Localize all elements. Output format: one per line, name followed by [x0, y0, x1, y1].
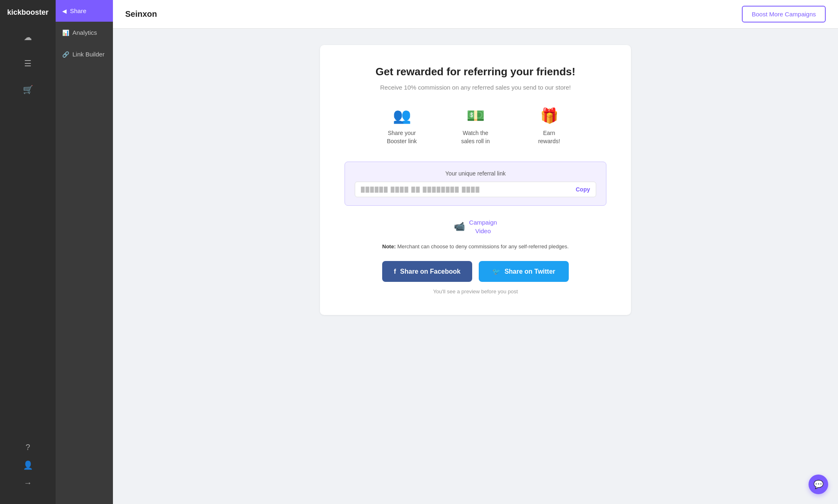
referral-input-row: ██████ ████ ██ ████████ ████ Copy — [355, 182, 596, 197]
share-nav-icon: ◀ — [62, 8, 67, 14]
video-camera-icon: 📹 — [454, 221, 465, 232]
card-subheading: Receive 10% commission on any referred s… — [345, 84, 606, 91]
nav-panel: ◀ Share 📊 Analytics 🔗 Link Builder — [56, 0, 113, 504]
share-link-icon: 👥 — [393, 107, 411, 124]
share-buttons: f Share on Facebook 🐦 Share on Twitter — [345, 261, 606, 282]
note-content: Merchant can choose to deny commissions … — [397, 243, 569, 250]
logout-icon[interactable]: → — [24, 478, 32, 488]
nav-item-analytics[interactable]: 📊 Analytics — [56, 22, 113, 43]
card-heading: Get rewarded for referring your friends! — [345, 65, 606, 78]
link-builder-nav-icon: 🔗 — [62, 51, 69, 58]
main-area: Seinxon Boost More Campaigns Get rewarde… — [113, 0, 838, 504]
preview-note: You'll see a preview before you post — [345, 288, 606, 295]
sidebar: kickbooster ☁ ☰ 🛒 ? 👤 → — [0, 0, 56, 504]
nav-label-analytics: Analytics — [72, 29, 97, 36]
facebook-icon: f — [394, 268, 396, 275]
share-facebook-button[interactable]: f Share on Facebook — [382, 261, 472, 282]
campaign-video-link[interactable]: CampaignVideo — [469, 218, 497, 235]
analytics-nav-icon: 📊 — [62, 29, 69, 36]
watch-sales-icon: 💵 — [466, 107, 485, 124]
user-icon[interactable]: 👤 — [23, 460, 33, 470]
share-twitter-button[interactable]: 🐦 Share on Twitter — [479, 261, 569, 282]
nav-item-share[interactable]: ◀ Share — [56, 0, 113, 22]
step-share-label: Share yourBooster link — [387, 129, 417, 145]
boost-more-campaigns-button[interactable]: Boost More Campaigns — [742, 6, 826, 22]
steps-row: 👥 Share yourBooster link 💵 Watch thesale… — [345, 107, 606, 145]
step-share: 👥 Share yourBooster link — [377, 107, 426, 145]
referral-label: Your unique referral link — [355, 170, 596, 177]
help-icon[interactable]: ? — [25, 443, 30, 452]
list-icon[interactable]: ☰ — [20, 55, 36, 72]
referral-box: Your unique referral link ██████ ████ ██… — [345, 162, 606, 206]
share-facebook-label: Share on Facebook — [400, 268, 461, 275]
copy-button[interactable]: Copy — [576, 186, 590, 193]
referral-url-text: ██████ ████ ██ ████████ ████ — [361, 187, 572, 193]
dashboard-icon[interactable]: ☁ — [20, 29, 36, 45]
share-card: Get rewarded for referring your friends!… — [320, 45, 631, 315]
nav-label-share: Share — [70, 7, 86, 14]
step-earn-label: Earnrewards! — [538, 129, 560, 145]
twitter-icon: 🐦 — [492, 268, 500, 275]
nav-label-link-builder: Link Builder — [72, 51, 104, 58]
note-prefix: Note: — [382, 243, 396, 250]
earn-rewards-icon: 🎁 — [540, 107, 559, 124]
note-text: Note: Merchant can choose to deny commis… — [345, 243, 606, 250]
sidebar-icon-group: ☁ ☰ 🛒 — [20, 29, 36, 443]
cart-icon[interactable]: 🛒 — [20, 81, 36, 98]
page-title: Seinxon — [125, 9, 157, 19]
sidebar-logo: kickbooster — [3, 8, 52, 17]
step-watch-label: Watch thesales roll in — [461, 129, 490, 145]
sidebar-bottom: ? 👤 → — [23, 443, 33, 496]
header: Seinxon Boost More Campaigns — [113, 0, 838, 29]
main-content: Get rewarded for referring your friends!… — [113, 29, 838, 504]
step-watch: 💵 Watch thesales roll in — [451, 107, 500, 145]
step-earn: 🎁 Earnrewards! — [525, 107, 574, 145]
nav-item-link-builder[interactable]: 🔗 Link Builder — [56, 43, 113, 65]
chat-bubble[interactable]: 💬 — [809, 475, 828, 494]
share-twitter-label: Share on Twitter — [505, 268, 555, 275]
campaign-video-row: 📹 CampaignVideo — [345, 218, 606, 235]
